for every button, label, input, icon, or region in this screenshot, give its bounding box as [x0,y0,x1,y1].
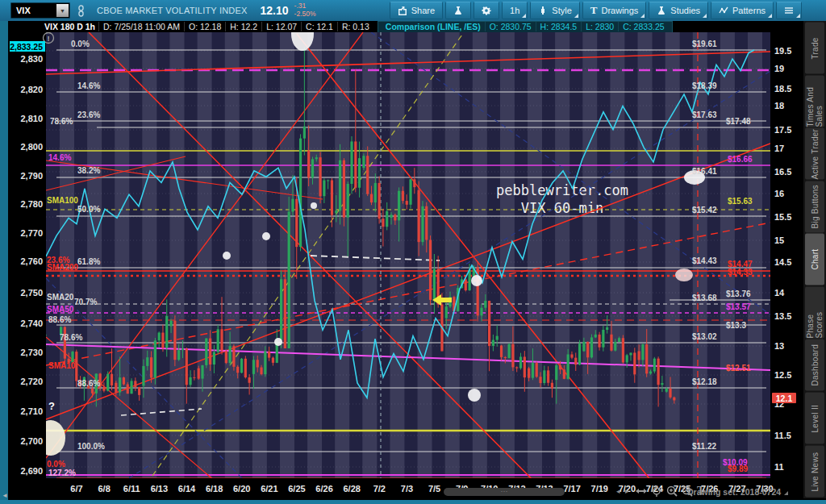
drawn-ellipse [262,232,270,240]
crosshair-icon[interactable] [651,485,662,497]
sidebar-tab-live-news[interactable]: Live News [805,446,824,498]
ohlc-field: C: 12.1 [301,22,337,31]
sidebar-tab-chart[interactable]: Chart [805,234,824,285]
onDemand-button[interactable] [445,2,471,19]
zoom-in-icon[interactable] [666,485,678,497]
right-axis-tick: 19.5 [774,46,791,56]
sidebar-tab-phase-scores[interactable]: Phase Scores [805,287,824,339]
left-axis-tick: 2,770 [20,228,43,238]
sidebar-tab-dashboard[interactable]: Dashboard [805,339,824,391]
right-axis-tick: 19 [774,64,784,73]
level-label: $15.42 [692,206,717,215]
interval-button[interactable]: 1h [502,2,528,19]
level-label: $11.22 [692,442,716,451]
last-price: 12.10 [261,4,289,17]
left-axis-tick: 2,730 [20,348,43,357]
level-label: $17.63 [692,110,717,119]
ohlc-field: R: 0.13 [337,22,373,31]
svg-text:VIX 60-min: VIX 60-min [521,200,603,216]
left-axis-tick: 2,740 [20,319,43,328]
level-label: $13.02 [692,332,717,341]
date-label: 6/28 [343,484,360,494]
chevron-down-icon[interactable]: ▼ [56,4,69,17]
gear-icon [482,6,491,15]
right-axis-tick: 12.5 [774,370,791,380]
level-label: $13.76 [726,289,751,298]
right-axis-tick: 17.5 [774,125,791,135]
drawn-ellipse [675,269,693,281]
comparison-field: C: 2833.25 [618,22,668,31]
level-label: 100.0% [77,442,105,451]
settings-button[interactable] [473,2,499,19]
chart-canvas[interactable]: pebblewriter.comVIX 60-min?0.0%14.6%23.6… [0,0,826,504]
level-label: SMA50 [47,305,74,314]
date-label: 7/2 [373,484,386,494]
flask-icon [453,6,463,15]
link-icon[interactable] [77,5,86,17]
ohlc-fields: D: 7/25/18 11:00 AMO: 12.18H: 12.2L: 12.… [98,22,373,31]
right-sidebar: TradeTimes And SalesActive TraderBig But… [803,21,826,498]
date-label: 7/3 [401,484,413,494]
symbol-dropdown[interactable]: VIX ▼ [10,2,70,19]
level-label: $12.51 [726,364,751,373]
level-label: $13.57 [726,302,751,311]
level-label: $15.63 [728,197,753,206]
level-label: SMA20 [47,293,74,302]
svg-text:pebblewriter.com: pebblewriter.com [496,182,628,198]
right-axis-tick: 15 [774,235,784,245]
studies-button[interactable]: Studies [649,2,708,19]
level-label: $16.66 [728,155,753,164]
toolbar-buttons: Share 1h Style T Drawings Studies Patter… [390,2,802,19]
drawn-ellipse [311,202,317,209]
time-axis-scrollbar[interactable]: ··· [444,488,565,496]
date-label: 6/13 [151,484,168,494]
patterns-icon [719,6,728,15]
left-axis-tick: 2,830 [20,54,43,64]
left-axis-tick: 2,790 [20,171,43,181]
level-label: 14.6% [77,81,100,90]
level-label: 70.7% [74,298,97,306]
date-label: 7/17 [563,484,580,494]
style-button[interactable]: Style [530,2,579,19]
chart-menu-button[interactable] [776,2,802,19]
right-axis-tick: 13 [774,341,784,351]
level-label: $14.43 [692,256,717,265]
comparison-field: H: 2834.5 [536,22,582,31]
left-axis-tick: 2,780 [20,199,43,209]
left-axis-tick: 2,810 [20,114,43,123]
comparison-header: Comparison (LINE, /ES) O: 2830.75H: 2834… [378,21,673,32]
menu-icon [784,6,794,15]
ohlc-field: D: 7/25/18 11:00 AM [98,22,184,31]
date-label: 6/8 [98,484,110,494]
left-axis-tick: 2,710 [20,406,43,416]
right-axis-tick: 17 [774,144,784,153]
drawings-button[interactable]: T Drawings [582,2,647,19]
patterns-button[interactable]: Patterns [711,2,774,19]
bottom-divider [0,500,826,504]
level-label: 127.2% [48,469,76,477]
sidebar-tab-big-buttons[interactable]: Big Buttons [805,181,824,233]
collapse-panel-icon[interactable]: ◄ [2,492,8,499]
sidebar-tab-active-trader[interactable]: Active Trader [805,128,824,180]
drawing-set-selector[interactable]: Drawing set: 2018-0724 [687,487,788,497]
level-label: SMA10 [48,361,76,370]
left-axis-tick: 2,820 [20,85,43,94]
sidebar-tab-times-and-sales[interactable]: Times And Sales [805,76,824,127]
right-axis-tick: 14 [774,288,785,298]
level-label: 78.6% [60,333,82,342]
level-label: SMA100 [47,196,78,205]
pan-arrows-icon[interactable] [636,485,647,497]
drawn-ellipse [274,338,282,346]
scroll-nav-arrows[interactable]: ◂ ▸ [616,487,631,495]
comparison-field: L: 2830 [581,22,618,31]
drawn-ellipse [223,252,231,260]
share-button[interactable]: Share [390,2,443,19]
sidebar-tab-trade[interactable]: Trade [805,23,824,74]
right-axis-tick: 11.5 [774,431,791,440]
level-label: 50.0% [77,205,100,214]
left-axis-tick: 2,720 [20,377,43,386]
ohlc-field: L: 12.07 [261,22,301,31]
drawn-ellipse [468,389,481,402]
sidebar-tab-level-ii[interactable]: Level II [805,393,824,444]
right-axis-tick: 11 [774,462,784,472]
